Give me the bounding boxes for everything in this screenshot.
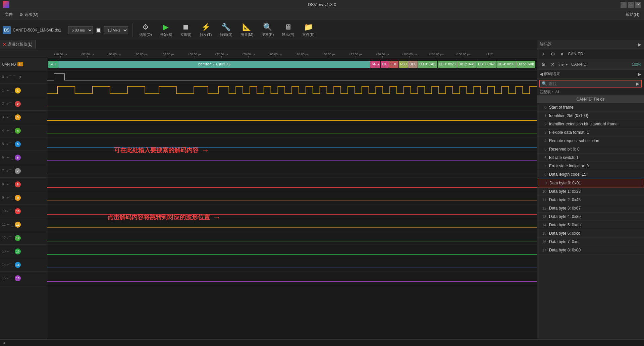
decoder-list-item[interactable]: 10 Data byte 1: 0x23 <box>537 187 644 196</box>
waveform-area: SOF Identifier: 256 (0x100) RRS IDE FDF … <box>47 58 537 339</box>
decoder-list-item[interactable]: 2 Identifier extension bit: standard fra… <box>537 120 644 128</box>
decoder-list-item[interactable]: 7 Error state indicator: 0 <box>537 162 644 170</box>
item-num: 0 <box>540 105 546 109</box>
seg-rrs[interactable]: RRS <box>370 61 380 68</box>
search-icon: 🔍 <box>263 23 272 32</box>
seg-db3[interactable]: DB 3: 0x67 <box>477 61 496 68</box>
seg-db2[interactable]: DB 2: 0x45 <box>457 61 476 68</box>
channel-label-5: 5 ⌐‾_ 5 <box>0 137 47 151</box>
signal-row-15 <box>47 272 537 285</box>
channel-label-4: 4 ⌐‾_ 4 <box>0 124 47 137</box>
seg-db4[interactable]: DB 4: 0x89 <box>496 61 516 68</box>
canfd-d-badge: D <box>17 62 23 66</box>
signal-row-9 <box>47 191 537 205</box>
logic-analyzer-label: ✕ 逻辑分析仪(L) <box>0 40 36 49</box>
decoder-list-item[interactable]: 6 Bit rate switch: 1 <box>537 154 644 162</box>
timeline-mark: +104.00 μs <box>423 53 449 58</box>
seg-db0[interactable]: DB 0: 0x01 <box>418 61 437 68</box>
seg-identifier[interactable]: Identifier: 256 (0x100) <box>58 61 370 68</box>
decoder-results: ◀ 解码结果 ▶ 🔍 ▶ 匹配项： 81 CAN-FD: Fields <box>537 70 644 339</box>
freq-select[interactable]: 10 MHz <box>104 26 128 34</box>
channel-label-3: 3 ⌐‾_ 3 <box>0 111 47 124</box>
seg-rb0[interactable]: RB0 <box>399 61 408 68</box>
signal-row-12 <box>47 231 537 245</box>
decoder-close-icon[interactable]: ✕ <box>558 50 566 58</box>
match-count-value: 81 <box>555 90 559 94</box>
seg-fdf[interactable]: FDF <box>389 61 398 68</box>
item-num: 14 <box>540 223 546 227</box>
channel-label-7: 7 ⌐‾_ 7 <box>0 164 47 178</box>
menu-help[interactable]: 帮助(H) <box>622 10 643 19</box>
channel-badge-15: 15 <box>15 275 21 281</box>
decoder-list-item[interactable]: 17 Data byte 8: 0x00 <box>537 246 644 254</box>
decoder-item-close[interactable]: ✕ <box>549 61 556 68</box>
decoder-list-item[interactable]: 0 Start of frame <box>537 103 644 112</box>
decoder-list-item[interactable]: 8 Data length code: 15 <box>537 170 644 179</box>
item-num: 16 <box>540 240 546 244</box>
decoder-header-arrow: ▶ <box>638 42 641 47</box>
channel-label-12: 12 ⌐‾_ 12 <box>0 231 47 245</box>
channel-badge-1: 1 <box>15 88 21 94</box>
menu-file[interactable]: 文件 <box>1 10 16 19</box>
channel-badge-3: 3 <box>15 114 21 120</box>
trigger-button[interactable]: ⚡ 触发(T) <box>197 21 214 39</box>
item-text: Data byte 5: 0xab <box>549 223 641 227</box>
timeline-mark: +92.00 μs <box>342 53 369 58</box>
start-button[interactable]: ▶ 开始(S) <box>157 21 175 39</box>
measure-button[interactable]: 📐 测量(M) <box>238 21 256 39</box>
decoder-title-text: 解码器 <box>540 42 552 47</box>
timeline-mark: +60.00 μs <box>127 53 154 58</box>
search-submit-button[interactable]: ▶ <box>636 81 639 86</box>
options-button[interactable]: ⚙ 选项(O) <box>137 21 155 39</box>
decoder-list-item[interactable]: 5 Reserved bit 0: 0 <box>537 145 644 154</box>
decode-icon: 🔧 <box>221 23 230 32</box>
seg-db5[interactable]: DB 5: 0xab <box>516 61 535 68</box>
decoder-add-button[interactable]: + <box>540 50 547 58</box>
item-num: 8 <box>540 172 546 176</box>
menu-bar: 文件 ⚙ 选项(O) 帮助(H) <box>0 9 644 20</box>
decoder-list-item[interactable]: 9 Data byte 0: 0x01 <box>537 179 644 187</box>
stop-button[interactable]: ⏹ 立即(I) <box>177 21 194 39</box>
logic-close-icon[interactable]: ✕ <box>3 42 6 47</box>
file-button[interactable]: 📁 文件(E) <box>300 21 317 39</box>
decoder-list-item[interactable]: 11 Data byte 2: 0x45 <box>537 196 644 204</box>
minimize-button[interactable]: ─ <box>621 2 627 8</box>
seg-sof[interactable]: SOF <box>48 61 58 68</box>
search-input[interactable] <box>548 81 635 86</box>
decode-button[interactable]: 🔧 解码(D) <box>217 21 235 39</box>
signal-row-14 <box>47 258 537 272</box>
display-label: 显示(P) <box>282 32 294 37</box>
decoder-item-settings[interactable]: ⚙ <box>540 61 547 68</box>
timeline-mark: +112. <box>476 53 503 58</box>
seg-db1[interactable]: DB 1: 0x23 <box>438 61 457 68</box>
decoder-list-item[interactable]: 4 Remote request substitution <box>537 137 644 145</box>
time-select[interactable]: 5.03 ms <box>68 26 93 34</box>
seg-dlc[interactable]: DLC <box>408 61 418 68</box>
signal-row-8 <box>47 178 537 191</box>
decoder-toolbar: + ⚙ ✕ CAN-FD <box>537 49 644 59</box>
decoder-list-item[interactable]: 16 Data byte 7: 0xef <box>537 238 644 246</box>
decoder-list-item[interactable]: 1 Identifier: 256 (0x100) <box>537 112 644 120</box>
decoder-list-item[interactable]: 12 Data byte 3: 0x67 <box>537 204 644 213</box>
match-label: 匹配项： <box>540 90 554 94</box>
maximize-button[interactable]: □ <box>628 2 634 8</box>
decoder-settings-icon[interactable]: ⚙ <box>549 50 556 58</box>
decoder-list-item[interactable]: 3 Flexible data format: 1 <box>537 128 644 137</box>
file-label: 文件(E) <box>302 32 315 37</box>
decoder-item-dropdown[interactable]: ther ▾ <box>558 62 568 67</box>
seg-ide[interactable]: IDE <box>381 61 389 68</box>
results-export-button[interactable]: ▶ <box>638 71 641 77</box>
results-nav-left[interactable]: ◀ <box>540 72 543 76</box>
decoder-list-item[interactable]: 14 Data byte 5: 0xab <box>537 221 644 229</box>
timeline-mark: +72.00 μs <box>208 53 235 58</box>
search-button[interactable]: 🔍 搜索(R) <box>259 21 276 39</box>
channel-badge-11: 11 <box>15 222 21 228</box>
signal-row-11 <box>47 218 537 231</box>
right-panel: 解码器 ▶ + ⚙ ✕ CAN-FD ⚙ ✕ ther ▾ CAN-FD 100… <box>537 40 644 339</box>
menu-options[interactable]: ⚙ 选项(O) <box>16 10 42 19</box>
display-button[interactable]: 🖥 显示(P) <box>279 21 297 39</box>
decoder-list-item[interactable]: 15 Data byte 6: 0xcd <box>537 229 644 238</box>
decoder-list-item[interactable]: 13 Data byte 4: 0x89 <box>537 213 644 221</box>
close-button[interactable]: ✕ <box>635 2 641 8</box>
item-num: 12 <box>540 206 546 210</box>
